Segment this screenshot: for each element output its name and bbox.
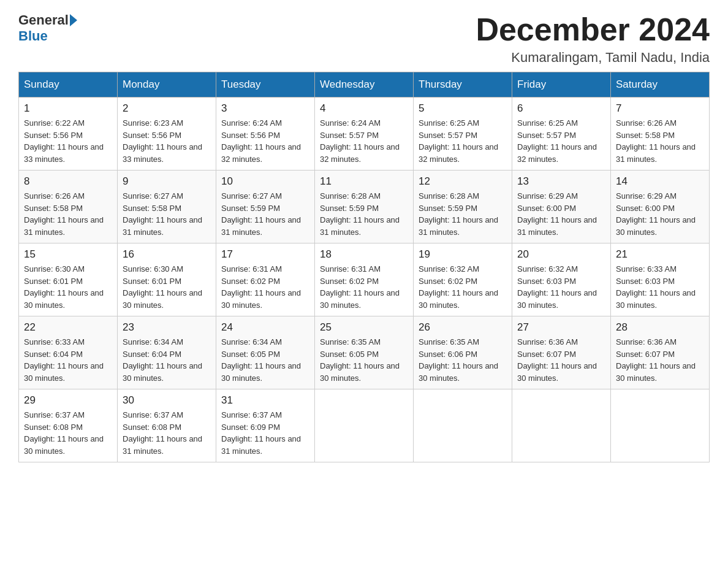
calendar-cell: 23 Sunrise: 6:34 AM Sunset: 6:04 PM Dayl… [118, 316, 216, 389]
day-info: Sunrise: 6:29 AM Sunset: 6:00 PM Dayligh… [616, 190, 704, 238]
page-header: General Blue December 2024 Kumaralingam,… [18, 12, 710, 66]
title-section: December 2024 Kumaralingam, Tamil Nadu, … [476, 12, 710, 66]
day-info: Sunrise: 6:36 AM Sunset: 6:07 PM Dayligh… [517, 336, 605, 384]
day-info: Sunrise: 6:29 AM Sunset: 6:00 PM Dayligh… [517, 190, 605, 238]
calendar-cell: 7 Sunrise: 6:26 AM Sunset: 5:58 PM Dayli… [611, 98, 710, 170]
day-number: 25 [320, 321, 408, 334]
day-number: 24 [221, 321, 309, 334]
calendar-cell: 4 Sunrise: 6:24 AM Sunset: 5:57 PM Dayli… [315, 98, 414, 170]
day-number: 14 [616, 175, 704, 188]
day-number: 13 [517, 175, 605, 188]
day-info: Sunrise: 6:25 AM Sunset: 5:57 PM Dayligh… [419, 117, 507, 165]
day-number: 30 [123, 394, 211, 407]
calendar-cell: 1 Sunrise: 6:22 AM Sunset: 5:56 PM Dayli… [19, 98, 118, 170]
logo: General Blue [18, 12, 78, 44]
calendar-cell [315, 389, 414, 462]
day-number: 16 [123, 248, 211, 261]
day-info: Sunrise: 6:34 AM Sunset: 6:04 PM Dayligh… [123, 336, 211, 384]
day-number: 2 [123, 102, 211, 115]
calendar-cell: 11 Sunrise: 6:28 AM Sunset: 5:59 PM Dayl… [315, 170, 414, 243]
day-info: Sunrise: 6:37 AM Sunset: 6:09 PM Dayligh… [221, 409, 309, 457]
calendar-cell: 9 Sunrise: 6:27 AM Sunset: 5:58 PM Dayli… [118, 170, 216, 243]
logo-general-text: General [18, 12, 69, 28]
day-info: Sunrise: 6:24 AM Sunset: 5:56 PM Dayligh… [221, 117, 309, 165]
day-number: 19 [419, 248, 507, 261]
calendar-cell: 15 Sunrise: 6:30 AM Sunset: 6:01 PM Dayl… [19, 243, 118, 316]
calendar-cell: 12 Sunrise: 6:28 AM Sunset: 5:59 PM Dayl… [414, 170, 512, 243]
day-number: 22 [24, 321, 112, 334]
day-number: 1 [24, 102, 112, 115]
day-info: Sunrise: 6:28 AM Sunset: 5:59 PM Dayligh… [419, 190, 507, 238]
day-info: Sunrise: 6:33 AM Sunset: 6:04 PM Dayligh… [24, 336, 112, 384]
day-info: Sunrise: 6:26 AM Sunset: 5:58 PM Dayligh… [24, 190, 112, 238]
calendar-cell: 29 Sunrise: 6:37 AM Sunset: 6:08 PM Dayl… [19, 389, 118, 462]
calendar-cell: 16 Sunrise: 6:30 AM Sunset: 6:01 PM Dayl… [118, 243, 216, 316]
day-info: Sunrise: 6:36 AM Sunset: 6:07 PM Dayligh… [616, 336, 704, 384]
day-number: 18 [320, 248, 408, 261]
day-info: Sunrise: 6:37 AM Sunset: 6:08 PM Dayligh… [24, 409, 112, 457]
weekday-header-wednesday: Wednesday [315, 72, 414, 98]
weekday-header-saturday: Saturday [611, 72, 710, 98]
day-info: Sunrise: 6:23 AM Sunset: 5:56 PM Dayligh… [123, 117, 211, 165]
day-info: Sunrise: 6:22 AM Sunset: 5:56 PM Dayligh… [24, 117, 112, 165]
day-number: 28 [616, 321, 704, 334]
day-info: Sunrise: 6:30 AM Sunset: 6:01 PM Dayligh… [24, 263, 112, 311]
day-number: 7 [616, 102, 704, 115]
calendar-table: SundayMondayTuesdayWednesdayThursdayFrid… [18, 72, 710, 462]
calendar-cell: 27 Sunrise: 6:36 AM Sunset: 6:07 PM Dayl… [512, 316, 611, 389]
calendar-cell: 2 Sunrise: 6:23 AM Sunset: 5:56 PM Dayli… [118, 98, 216, 170]
day-number: 9 [123, 175, 211, 188]
calendar-cell: 17 Sunrise: 6:31 AM Sunset: 6:02 PM Dayl… [216, 243, 315, 316]
calendar-cell: 8 Sunrise: 6:26 AM Sunset: 5:58 PM Dayli… [19, 170, 118, 243]
day-info: Sunrise: 6:35 AM Sunset: 6:06 PM Dayligh… [419, 336, 507, 384]
calendar-cell: 19 Sunrise: 6:32 AM Sunset: 6:02 PM Dayl… [414, 243, 512, 316]
day-info: Sunrise: 6:35 AM Sunset: 6:05 PM Dayligh… [320, 336, 408, 384]
day-number: 12 [419, 175, 507, 188]
calendar-cell: 13 Sunrise: 6:29 AM Sunset: 6:00 PM Dayl… [512, 170, 611, 243]
calendar-week-row: 15 Sunrise: 6:30 AM Sunset: 6:01 PM Dayl… [19, 243, 710, 316]
day-info: Sunrise: 6:34 AM Sunset: 6:05 PM Dayligh… [221, 336, 309, 384]
day-info: Sunrise: 6:31 AM Sunset: 6:02 PM Dayligh… [221, 263, 309, 311]
calendar-cell: 5 Sunrise: 6:25 AM Sunset: 5:57 PM Dayli… [414, 98, 512, 170]
calendar-cell: 25 Sunrise: 6:35 AM Sunset: 6:05 PM Dayl… [315, 316, 414, 389]
calendar-cell: 6 Sunrise: 6:25 AM Sunset: 5:57 PM Dayli… [512, 98, 611, 170]
day-number: 29 [24, 394, 112, 407]
calendar-cell: 10 Sunrise: 6:27 AM Sunset: 5:59 PM Dayl… [216, 170, 315, 243]
calendar-cell [512, 389, 611, 462]
day-info: Sunrise: 6:27 AM Sunset: 5:59 PM Dayligh… [221, 190, 309, 238]
day-number: 21 [616, 248, 704, 261]
weekday-header-monday: Monday [118, 72, 216, 98]
day-info: Sunrise: 6:32 AM Sunset: 6:03 PM Dayligh… [517, 263, 605, 311]
weekday-header-friday: Friday [512, 72, 611, 98]
calendar-cell: 22 Sunrise: 6:33 AM Sunset: 6:04 PM Dayl… [19, 316, 118, 389]
calendar-cell [414, 389, 512, 462]
day-number: 26 [419, 321, 507, 334]
day-number: 17 [221, 248, 309, 261]
day-number: 4 [320, 102, 408, 115]
calendar-cell: 18 Sunrise: 6:31 AM Sunset: 6:02 PM Dayl… [315, 243, 414, 316]
calendar-cell: 26 Sunrise: 6:35 AM Sunset: 6:06 PM Dayl… [414, 316, 512, 389]
day-number: 10 [221, 175, 309, 188]
day-info: Sunrise: 6:30 AM Sunset: 6:01 PM Dayligh… [123, 263, 211, 311]
location-subtitle: Kumaralingam, Tamil Nadu, India [476, 50, 710, 66]
calendar-week-row: 29 Sunrise: 6:37 AM Sunset: 6:08 PM Dayl… [19, 389, 710, 462]
day-number: 20 [517, 248, 605, 261]
day-number: 31 [221, 394, 309, 407]
calendar-cell: 24 Sunrise: 6:34 AM Sunset: 6:05 PM Dayl… [216, 316, 315, 389]
day-info: Sunrise: 6:33 AM Sunset: 6:03 PM Dayligh… [616, 263, 704, 311]
calendar-week-row: 8 Sunrise: 6:26 AM Sunset: 5:58 PM Dayli… [19, 170, 710, 243]
day-number: 5 [419, 102, 507, 115]
calendar-week-row: 22 Sunrise: 6:33 AM Sunset: 6:04 PM Dayl… [19, 316, 710, 389]
weekday-header-tuesday: Tuesday [216, 72, 315, 98]
month-title: December 2024 [476, 12, 710, 47]
day-number: 8 [24, 175, 112, 188]
day-number: 11 [320, 175, 408, 188]
day-info: Sunrise: 6:26 AM Sunset: 5:58 PM Dayligh… [616, 117, 704, 165]
calendar-cell [611, 389, 710, 462]
day-info: Sunrise: 6:25 AM Sunset: 5:57 PM Dayligh… [517, 117, 605, 165]
calendar-cell: 30 Sunrise: 6:37 AM Sunset: 6:08 PM Dayl… [118, 389, 216, 462]
calendar-cell: 28 Sunrise: 6:36 AM Sunset: 6:07 PM Dayl… [611, 316, 710, 389]
day-info: Sunrise: 6:31 AM Sunset: 6:02 PM Dayligh… [320, 263, 408, 311]
weekday-header-thursday: Thursday [414, 72, 512, 98]
day-info: Sunrise: 6:28 AM Sunset: 5:59 PM Dayligh… [320, 190, 408, 238]
